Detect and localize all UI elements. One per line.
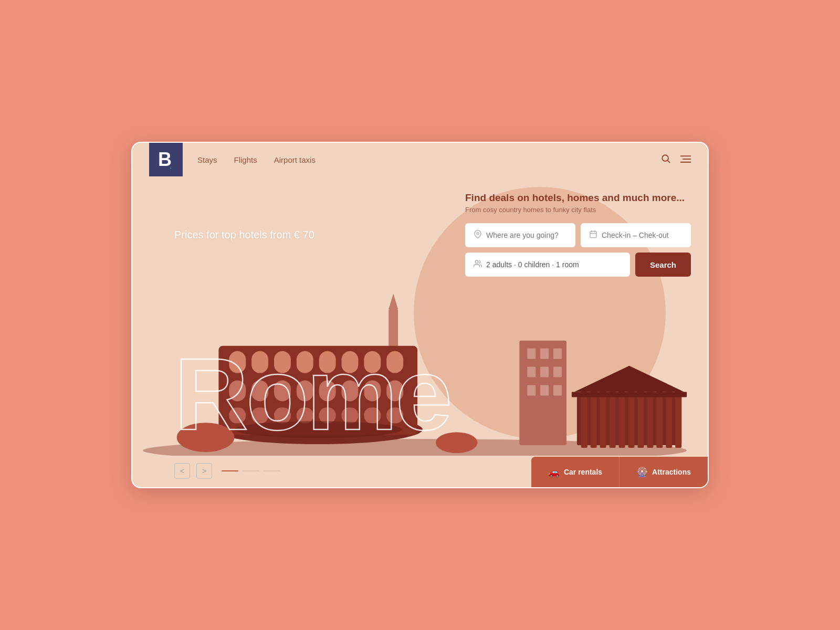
svg-marker-7: [388, 293, 398, 309]
attractions-button[interactable]: 🎡 Attractions: [619, 457, 708, 487]
price-label: Prices for top hotels from € 70: [174, 229, 314, 241]
svg-rect-17: [553, 367, 562, 377]
left-content: Prices for top hotels from € 70: [174, 229, 314, 243]
nav-stays[interactable]: Stays: [197, 155, 217, 164]
dot-1: [222, 470, 238, 471]
svg-rect-19: [540, 385, 549, 395]
calendar-icon: [589, 230, 597, 240]
guests-label: 2 adults · 0 children · 1 room: [486, 260, 579, 269]
svg-rect-49: [581, 390, 587, 448]
svg-rect-12: [527, 349, 536, 359]
destination-input[interactable]: [486, 231, 567, 239]
svg-rect-59: [675, 390, 681, 448]
svg-rect-65: [590, 232, 596, 238]
svg-rect-55: [637, 390, 644, 448]
search-row-2: 2 adults · 0 children · 1 room Search: [465, 253, 691, 277]
svg-rect-53: [619, 390, 625, 448]
svg-rect-61: [572, 392, 687, 397]
next-arrow[interactable]: >: [196, 463, 212, 479]
location-icon: [474, 230, 482, 240]
guests-icon: [474, 259, 482, 270]
logo-dot: .: [170, 162, 172, 170]
svg-rect-15: [527, 367, 536, 377]
bottom-bar: 🚗 Car rentals 🎡 Attractions: [531, 457, 708, 487]
logo[interactable]: B.: [149, 143, 183, 176]
svg-rect-52: [610, 390, 616, 448]
svg-line-1: [668, 160, 670, 162]
dates-input[interactable]: [602, 231, 682, 239]
attractions-icon: 🎡: [636, 466, 648, 478]
header: B. Stays Flights Airport taxis: [132, 143, 708, 176]
car-rentals-label: Car rentals: [564, 468, 602, 476]
car-icon: 🚗: [548, 466, 560, 478]
svg-rect-51: [600, 390, 606, 448]
main-content: Rome Prices for top hotels from € 70 Fin…: [132, 176, 708, 487]
nav: Stays Flights Airport taxis: [197, 155, 660, 164]
svg-point-64: [477, 233, 479, 235]
nav-airport-taxis[interactable]: Airport taxis: [274, 155, 316, 164]
svg-rect-56: [647, 390, 653, 448]
search-panel: Find deals on hotels, homes and much mor…: [465, 192, 691, 277]
svg-rect-50: [591, 390, 597, 448]
svg-rect-16: [540, 367, 549, 377]
tagline-sub: From cosy country homes to funky city fl…: [465, 206, 691, 214]
guests-input[interactable]: 2 adults · 0 children · 1 room: [465, 253, 630, 277]
header-icons: [660, 153, 691, 166]
svg-rect-54: [628, 390, 635, 448]
slider-controls: < >: [174, 463, 280, 479]
search-row-1: [465, 223, 691, 247]
car-rentals-button[interactable]: 🚗 Car rentals: [531, 457, 619, 487]
tagline-main: Find deals on hotels, homes and much mor…: [465, 192, 691, 204]
destination-input-wrapper[interactable]: [465, 223, 575, 247]
svg-rect-13: [540, 349, 549, 359]
search-icon[interactable]: [660, 153, 671, 166]
attractions-label: Attractions: [652, 468, 691, 476]
dot-2: [243, 470, 259, 471]
svg-rect-57: [656, 390, 663, 448]
city-name-text: Rome: [174, 343, 450, 445]
prev-arrow[interactable]: <: [174, 463, 190, 479]
svg-rect-14: [553, 349, 562, 359]
svg-rect-18: [527, 385, 536, 395]
svg-rect-20: [553, 385, 562, 395]
nav-flights[interactable]: Flights: [234, 155, 257, 164]
slider-dots: [222, 470, 280, 471]
dot-3: [264, 470, 280, 471]
dates-input-wrapper[interactable]: [581, 223, 691, 247]
svg-rect-58: [666, 390, 672, 448]
svg-point-69: [475, 260, 478, 263]
menu-icon[interactable]: [680, 154, 691, 166]
search-button[interactable]: Search: [635, 253, 691, 277]
main-card: B. Stays Flights Airport taxis: [131, 142, 709, 488]
svg-marker-60: [574, 366, 684, 392]
